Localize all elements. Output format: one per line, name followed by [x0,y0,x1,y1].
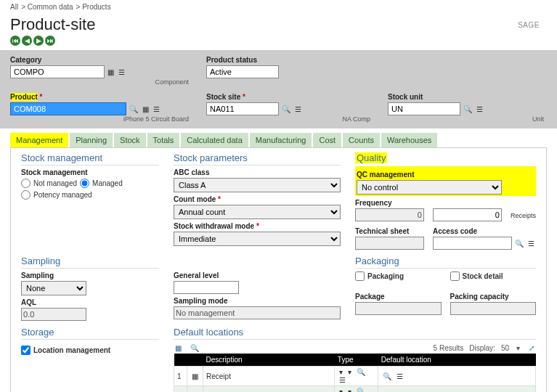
menu-icon[interactable]: ☰ [526,240,536,248]
stock-management-label: Stock management [21,168,159,176]
chevron-down-icon[interactable]: ▾ [515,344,521,352]
stock-unit-sublabel: Unit [388,115,547,123]
expand-icon[interactable]: ⤢ [527,344,536,352]
menu-icon[interactable]: ☰ [338,376,347,384]
sampling-select[interactable]: None [21,281,86,295]
menu-icon[interactable]: ☰ [293,105,303,113]
tab-stock[interactable]: Stock [114,133,146,147]
managed-label: Managed [92,179,123,187]
chevron-down-icon[interactable]: ▾ [346,368,353,376]
stock-unit-label: Stock unit [388,93,547,101]
not-managed-radio[interactable] [21,179,31,188]
section-title: Stock management [21,152,159,166]
section-title: Default locations [174,327,536,340]
access-code-label: Access code [433,227,536,235]
grid-icon[interactable]: ▦ [174,344,183,352]
aql-label: AQL [21,298,159,306]
first-record-icon[interactable]: ⏮ [10,36,20,46]
category-field: Category ▦ ☰ Component [10,56,192,86]
sampling-mode-input[interactable] [174,306,341,319]
tab-cost[interactable]: Cost [313,133,341,147]
abc-class-label: ABC class [174,168,341,176]
product-status-field: Product status [206,56,373,86]
location-management-checkbox[interactable] [21,346,31,355]
search-icon[interactable]: 🔍 [355,388,367,392]
frequency-input-2[interactable] [433,208,502,221]
qc-management-label: QC management [357,171,534,179]
chevron-down-icon[interactable]: ▾ [338,388,344,392]
potency-managed-label: Potency managed [33,191,92,199]
packaging-checkbox[interactable] [355,271,365,281]
qc-management-select[interactable]: No control [357,180,502,195]
stock-site-sublabel: NA Comp [206,115,373,123]
category-input[interactable] [10,65,105,78]
search-icon[interactable]: 🔍 [381,372,393,380]
stock-site-input[interactable] [206,102,279,115]
search-icon[interactable]: 🔍 [462,105,473,113]
page-size[interactable]: 50 [501,344,509,352]
search-icon[interactable]: 🔍 [128,105,139,113]
aql-input[interactable] [21,308,86,321]
count-mode-label: Count mode * [174,195,341,203]
list-icon[interactable]: ▦ [106,68,115,76]
tab-management[interactable]: Management [10,133,68,147]
menu-icon[interactable]: ☰ [152,105,161,113]
table-row[interactable]: 2▦Stock▾ ▾ 🔍 ☰🔍 ☰ [174,386,536,393]
abc-class-select[interactable]: Class A [174,178,341,192]
product-input[interactable] [10,102,126,115]
crumb[interactable]: Products [82,3,110,11]
row-menu-icon[interactable]: ▦ [190,372,200,380]
chevron-down-icon[interactable]: ▾ [338,368,344,376]
tab-planning[interactable]: Planning [70,133,113,147]
section-title: Quality [355,152,387,163]
package-input[interactable] [355,302,442,315]
search-icon[interactable]: 🔍 [355,368,367,376]
potency-managed-radio[interactable] [21,190,31,200]
col-default-location: Default location [378,354,536,367]
withdraw-mode-select[interactable]: Immediate [174,232,341,246]
crumb[interactable]: All [10,3,18,11]
tab-calculated-data[interactable]: Calculated data [181,133,248,147]
default-locations-section: Default locations ▦ 🔍 5 Results Display:… [174,327,536,392]
tab-totals[interactable]: Totals [147,133,180,147]
col-type: Type [335,354,378,367]
search-icon[interactable]: 🔍 [189,344,200,352]
stock-unit-input[interactable] [388,102,460,115]
search-icon[interactable]: 🔍 [280,105,292,113]
list-icon[interactable]: ▦ [141,105,150,113]
chevron-down-icon[interactable]: ▾ [346,388,353,392]
managed-radio[interactable] [80,179,89,188]
general-level-input[interactable] [174,281,239,294]
menu-icon[interactable]: ☰ [117,68,126,76]
product-label: Product * [10,93,192,101]
technical-sheet-input[interactable] [355,237,424,250]
category-label: Category [10,56,192,64]
stock-detail-checkbox[interactable] [450,271,460,281]
frequency-label: Frequency [355,199,424,207]
search-icon[interactable]: 🔍 [513,240,525,248]
tab-warehouses[interactable]: Warehouses [381,133,437,147]
frequency-input-1[interactable] [355,208,424,221]
tab-counts[interactable]: Counts [343,133,380,147]
crumb[interactable]: Common data [28,3,73,11]
menu-icon[interactable]: ☰ [395,372,404,380]
product-status-label: Product status [206,56,373,64]
menu-icon[interactable]: ☰ [475,105,484,113]
quality-section: Quality QC management No control Frequen… [355,152,536,250]
table-row[interactable]: 1▦Receipt▾ ▾ 🔍 ☰🔍 ☰ [174,367,536,386]
row-description: Stock [203,386,335,393]
tab-bar: Management Planning Stock Totals Calcula… [0,128,557,147]
sampling-mode-label: Sampling mode [174,297,341,305]
last-record-icon[interactable]: ⏭ [45,36,55,46]
storage-section: Storage Location management [21,327,159,392]
row-num: 1 [174,367,187,386]
prev-record-icon[interactable]: ◀ [22,36,32,46]
product-status-input[interactable] [206,65,279,78]
withdraw-mode-label: Stock withdrawal mode * [174,222,341,230]
packing-capacity-input[interactable] [450,302,537,315]
access-code-input[interactable] [433,237,512,250]
stock-management-section: Stock management Stock management Not ma… [21,152,159,250]
count-mode-select[interactable]: Annual count [174,205,341,219]
next-record-icon[interactable]: ▶ [33,36,44,46]
tab-manufacturing[interactable]: Manufacturing [250,133,312,147]
